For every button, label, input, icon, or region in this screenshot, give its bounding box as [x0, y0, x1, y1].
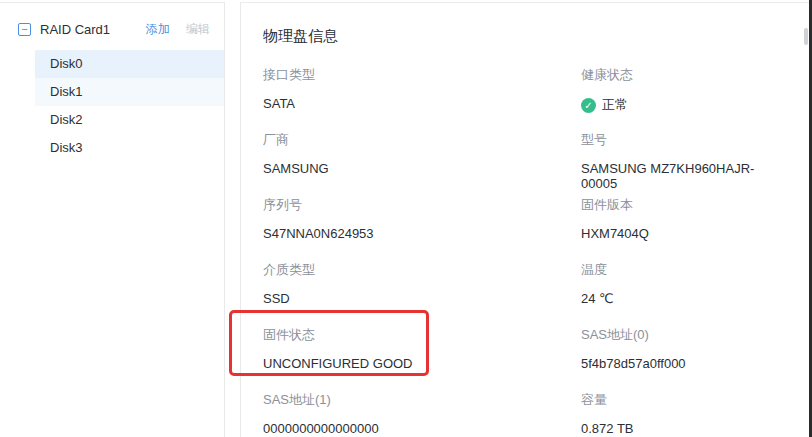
field-firmware-status: 固件状态 UNCONFIGURED GOOD	[263, 326, 581, 391]
field-label: 固件版本	[581, 196, 780, 214]
field-label: SAS地址(0)	[581, 326, 780, 344]
field-value: 0.872 TB	[581, 421, 780, 436]
field-value: 24 ℃	[581, 291, 780, 306]
tree-actions: 添加 编辑	[146, 21, 210, 38]
field-label: 温度	[581, 261, 780, 279]
disk-item-disk0[interactable]: Disk0	[35, 50, 224, 78]
screen: − RAID Card1 添加 编辑 Disk0 Disk1 Disk2 Dis…	[0, 0, 812, 437]
disk-list: Disk0 Disk1 Disk2 Disk3	[0, 50, 224, 162]
raid-card-label: RAID Card1	[40, 22, 146, 37]
field-health-status: 健康状态 ✓ 正常	[581, 66, 780, 131]
edit-link[interactable]: 编辑	[186, 22, 210, 36]
disk-item-disk1[interactable]: Disk1	[35, 78, 224, 106]
field-value: 5f4b78d57a0ff000	[581, 356, 780, 371]
field-label: 容量	[581, 391, 780, 409]
panel-title: 物理盘信息	[263, 27, 780, 46]
field-label: 固件状态	[263, 326, 581, 344]
field-media-type: 介质类型 SSD	[263, 261, 581, 326]
field-value: SAMSUNG	[263, 161, 581, 176]
field-model: 型号 SAMSUNG MZ7KH960HAJR-00005	[581, 131, 780, 196]
field-label: 型号	[581, 131, 780, 149]
field-label: 厂商	[263, 131, 581, 149]
disk-item-disk2[interactable]: Disk2	[35, 106, 224, 134]
field-value: 0000000000000000	[263, 421, 581, 436]
field-value: SSD	[263, 291, 581, 306]
raid-tree-sidebar: − RAID Card1 添加 编辑 Disk0 Disk1 Disk2 Dis…	[0, 2, 225, 437]
health-status-text: 正常	[602, 96, 628, 114]
field-value: ✓ 正常	[581, 96, 780, 114]
field-sas-address-0: SAS地址(0) 5f4b78d57a0ff000	[581, 326, 780, 391]
field-firmware-version: 固件版本 HXM7404Q	[581, 196, 780, 261]
field-serial-number: 序列号 S47NNA0N624953	[263, 196, 581, 261]
field-sas-address-1: SAS地址(1) 0000000000000000	[263, 391, 581, 437]
disk-item-disk3[interactable]: Disk3	[35, 134, 224, 162]
field-interface-type: 接口类型 SATA	[263, 66, 581, 131]
field-value: HXM7404Q	[581, 226, 780, 241]
field-value: SAMSUNG MZ7KH960HAJR-00005	[581, 161, 780, 191]
field-value: SATA	[263, 96, 581, 111]
field-value: S47NNA0N624953	[263, 226, 581, 241]
field-capacity: 容量 0.872 TB	[581, 391, 780, 437]
check-circle-icon: ✓	[581, 98, 596, 113]
physical-disk-panel: 物理盘信息 接口类型 SATA 健康状态 ✓ 正常 厂商 SAMSUNG 型号 …	[240, 2, 810, 437]
field-temperature: 温度 24 ℃	[581, 261, 780, 326]
minus-square-icon[interactable]: −	[18, 23, 31, 36]
field-label: SAS地址(1)	[263, 391, 581, 409]
field-label: 介质类型	[263, 261, 581, 279]
field-label: 接口类型	[263, 66, 581, 84]
raid-card-node[interactable]: − RAID Card1 添加 编辑	[0, 3, 224, 46]
field-label: 健康状态	[581, 66, 780, 84]
add-link[interactable]: 添加	[146, 22, 170, 36]
field-value: UNCONFIGURED GOOD	[263, 356, 581, 371]
scrollbar-thumb[interactable]	[804, 28, 808, 45]
field-grid: 接口类型 SATA 健康状态 ✓ 正常 厂商 SAMSUNG 型号 SAMSUN…	[263, 66, 780, 437]
field-vendor: 厂商 SAMSUNG	[263, 131, 581, 196]
field-label: 序列号	[263, 196, 581, 214]
